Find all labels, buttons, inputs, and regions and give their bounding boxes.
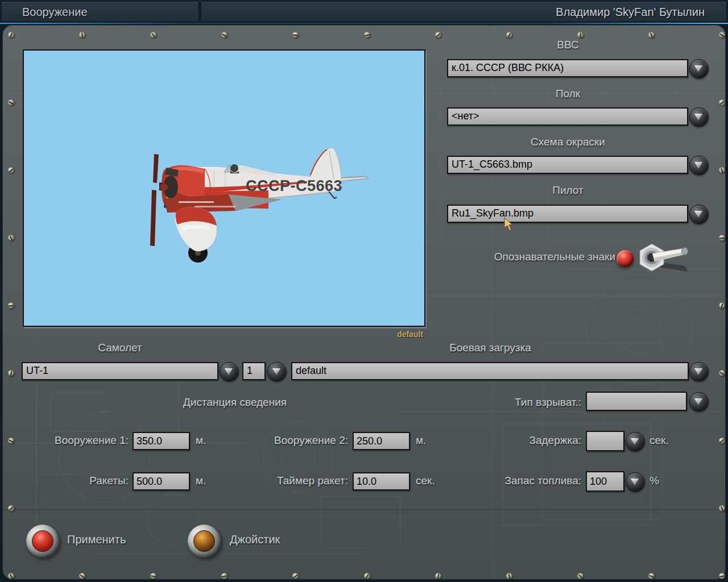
screw-icon bbox=[221, 32, 228, 38]
screw-icon bbox=[79, 32, 85, 38]
convergence-section-label: Дистанция сведения bbox=[150, 396, 320, 409]
weapon1-unit: м. bbox=[196, 434, 206, 447]
screw-icon bbox=[719, 32, 725, 38]
regiment-select[interactable]: <нет> bbox=[447, 107, 688, 126]
joystick-button[interactable] bbox=[188, 525, 221, 558]
rockets-label: Ракеты: bbox=[33, 475, 129, 487]
weapon2-input[interactable] bbox=[353, 432, 410, 450]
accent-line bbox=[0, 23, 728, 24]
fuel-unit: % bbox=[650, 475, 659, 487]
fuse-type-select[interactable] bbox=[586, 392, 687, 411]
screw-icon bbox=[577, 573, 584, 579]
amber-push-button-icon bbox=[193, 530, 215, 552]
joystick-button-label: Джойстик bbox=[230, 533, 280, 546]
delay-input[interactable] bbox=[586, 431, 624, 451]
screw-icon bbox=[8, 505, 14, 512]
screw-icon bbox=[577, 32, 584, 38]
arrow-down-icon bbox=[694, 162, 702, 169]
screw-icon bbox=[8, 302, 14, 309]
rocket-timer-input[interactable] bbox=[353, 472, 410, 490]
pilot-skin-label: Пилот bbox=[447, 184, 689, 197]
paint-scheme-label: Схема окраски bbox=[447, 136, 689, 148]
screw-icon bbox=[648, 573, 655, 579]
screw-icon bbox=[506, 573, 512, 579]
screw-icon bbox=[292, 573, 299, 579]
top-bar-right-section: Владимир 'SkyFan' Бутылин bbox=[201, 1, 727, 22]
arrow-down-icon bbox=[631, 479, 639, 485]
screw-icon bbox=[364, 32, 370, 38]
screw-icon bbox=[719, 235, 725, 241]
vvs-select[interactable]: к.01. СССР (ВВС РККА) bbox=[447, 59, 688, 77]
pilot-skin-dropdown-button[interactable] bbox=[689, 205, 709, 224]
weapon1-label: Вооружение 1: bbox=[33, 434, 129, 447]
screw-icon bbox=[150, 32, 156, 38]
screw-icon bbox=[435, 32, 441, 38]
apply-button-label: Применить bbox=[67, 533, 126, 546]
regiment-dropdown-button[interactable] bbox=[689, 107, 709, 127]
regiment-label: Полк bbox=[447, 88, 689, 100]
pilot-skin-select[interactable]: Ru1_SkyFan.bmp bbox=[447, 205, 688, 223]
aircraft-select[interactable]: UT-1 bbox=[22, 362, 218, 380]
screw-icon bbox=[8, 99, 14, 106]
screw-icon bbox=[719, 99, 725, 106]
mouse-cursor-icon bbox=[504, 217, 514, 232]
apply-button[interactable] bbox=[26, 525, 59, 558]
fuel-input[interactable] bbox=[586, 471, 624, 492]
screw-icon bbox=[719, 573, 725, 579]
arrow-down-icon bbox=[225, 368, 233, 375]
screw-icon bbox=[221, 573, 228, 579]
markings-toggle-switch[interactable] bbox=[635, 241, 692, 276]
screw-icon bbox=[648, 32, 655, 38]
pilot-name-label: Владимир 'SkyFan' Бутылин bbox=[556, 6, 705, 19]
screw-icon bbox=[506, 32, 512, 38]
fuse-type-label: Тип взрыват.: bbox=[485, 396, 581, 409]
loadout-select[interactable]: default bbox=[291, 362, 689, 380]
arrow-down-icon bbox=[694, 114, 702, 120]
screw-icon bbox=[150, 573, 156, 579]
rocket-timer-unit: сек. bbox=[416, 475, 435, 487]
screw-icon bbox=[719, 370, 725, 376]
tab-armament-label: Вооружение bbox=[22, 6, 88, 19]
arrow-down-icon bbox=[694, 368, 702, 375]
markings-label: Опознавательные знаки bbox=[388, 251, 615, 263]
fuel-dropdown-button[interactable] bbox=[626, 472, 645, 492]
arrow-down-icon bbox=[631, 438, 639, 445]
paint-scheme-select[interactable]: UT-1_C5663.bmp bbox=[447, 156, 688, 174]
screw-icon bbox=[8, 235, 14, 241]
rocket-timer-label: Таймер ракет: bbox=[249, 475, 348, 487]
fuel-label: Запас топлива: bbox=[483, 475, 581, 487]
aircraft-dropdown-button[interactable] bbox=[220, 362, 239, 381]
rockets-input[interactable] bbox=[133, 472, 190, 490]
screw-icon bbox=[8, 167, 14, 173]
weapon1-input[interactable] bbox=[133, 432, 190, 450]
screw-icon bbox=[719, 167, 725, 173]
red-push-button-icon bbox=[32, 530, 53, 552]
delay-unit: сек. bbox=[650, 434, 669, 447]
vvs-dropdown-button[interactable] bbox=[689, 59, 709, 78]
screw-icon bbox=[292, 32, 299, 38]
weapon2-label: Вооружение 2: bbox=[249, 434, 348, 447]
aircraft-count-dropdown-button[interactable] bbox=[267, 362, 287, 381]
arrow-down-icon bbox=[272, 368, 280, 375]
arrow-down-icon bbox=[694, 65, 702, 72]
screw-icon bbox=[8, 32, 14, 38]
fuse-type-dropdown-button[interactable] bbox=[689, 392, 709, 411]
aircraft-label: Самолет bbox=[22, 342, 218, 354]
aircraft-preview: СССР-С5663 bbox=[23, 49, 425, 327]
loadout-dropdown-button[interactable] bbox=[689, 362, 709, 381]
rockets-unit: м. bbox=[196, 475, 206, 487]
screw-icon bbox=[79, 573, 85, 579]
arrow-down-icon bbox=[694, 211, 702, 218]
screw-icon bbox=[8, 573, 14, 579]
delay-dropdown-button[interactable] bbox=[626, 432, 645, 451]
screw-icon bbox=[8, 370, 14, 376]
loadout-label: Боевая загрузка bbox=[291, 342, 689, 354]
arrow-down-icon bbox=[694, 398, 702, 405]
registration-text: СССР-С5663 bbox=[246, 177, 342, 194]
tab-armament[interactable]: Вооружение bbox=[1, 1, 199, 22]
top-bar: Вооружение Владимир 'SkyFan' Бутылин bbox=[0, 0, 728, 24]
screw-icon bbox=[435, 573, 441, 579]
aircraft-count-field[interactable]: 1 bbox=[242, 362, 266, 380]
paint-scheme-dropdown-button[interactable] bbox=[689, 156, 709, 175]
screw-icon bbox=[719, 438, 725, 444]
